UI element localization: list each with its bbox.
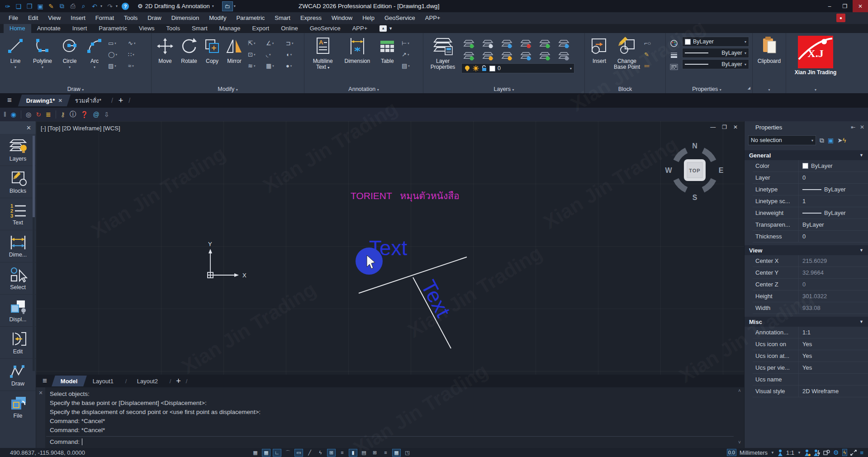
linetype-select[interactable]: ByLayer▾ bbox=[682, 59, 749, 69]
canvas-text-rotated[interactable]: Text bbox=[417, 276, 455, 321]
ribbon-tab-smart[interactable]: Smart bbox=[186, 24, 213, 33]
auto-annotation-icon[interactable] bbox=[814, 449, 820, 456]
revision-cloud-icon[interactable]: ≈▾ bbox=[127, 60, 147, 71]
ribbon-tab-views[interactable]: Views bbox=[133, 24, 160, 33]
layer-state-icon[interactable] bbox=[537, 50, 556, 62]
ribbon-tab-online[interactable]: Online bbox=[275, 24, 304, 33]
close-button[interactable]: ✕ bbox=[853, 0, 868, 12]
new-doc-tab-button[interactable]: + bbox=[119, 96, 123, 105]
menu-file[interactable]: File bbox=[4, 12, 23, 24]
app-logo-icon[interactable]: ✑ bbox=[3, 1, 13, 11]
property-value[interactable]: 32.9664 bbox=[799, 269, 868, 276]
ribbon-tab-export[interactable]: Export bbox=[247, 24, 275, 33]
layer-lock-icon[interactable] bbox=[518, 38, 537, 50]
layer-current-icon[interactable] bbox=[480, 50, 499, 62]
property-value[interactable]: Yes bbox=[799, 341, 868, 348]
annotation-visibility-icon[interactable] bbox=[804, 449, 811, 456]
ribbon-tab-manage[interactable]: Manage bbox=[213, 24, 247, 33]
block-attributes-icon[interactable]: ≔ bbox=[643, 60, 656, 71]
table-button[interactable]: Table bbox=[376, 36, 398, 71]
property-value[interactable]: Yes bbox=[799, 352, 868, 359]
menu-app[interactable]: APP+ bbox=[420, 12, 446, 24]
menu-parametric[interactable]: Parametric bbox=[231, 12, 270, 24]
properties-close-icon[interactable]: ✕ bbox=[860, 124, 864, 130]
hatch-icon[interactable]: ▨▾ bbox=[107, 60, 127, 71]
cycle-icon[interactable]: ≡ bbox=[381, 449, 390, 457]
undo-icon-arrow[interactable]: ▾ bbox=[100, 4, 104, 8]
sidebar-scrollbar-thumb[interactable] bbox=[33, 136, 35, 217]
rotate-button[interactable]: Rotate bbox=[178, 36, 200, 71]
sidebar-item-text[interactable]: 123 Text bbox=[0, 198, 36, 230]
tab-layout2[interactable]: Layout2 bbox=[128, 376, 167, 386]
layer-freeze-icon[interactable] bbox=[499, 38, 518, 50]
markup-list-icon[interactable]: ≣ bbox=[46, 111, 51, 118]
menu-draw[interactable]: Draw bbox=[142, 12, 166, 24]
units-label[interactable]: Millimeters bbox=[740, 449, 768, 456]
edit-block-icon[interactable]: ✎ bbox=[643, 49, 656, 60]
dimension-button[interactable]: Dimension bbox=[340, 36, 374, 71]
layer-bulb-icon[interactable] bbox=[480, 38, 499, 50]
menu-express[interactable]: Express bbox=[295, 12, 327, 24]
ellipse-icon[interactable]: ◯▾ bbox=[107, 49, 127, 60]
move-button[interactable]: Move bbox=[154, 36, 176, 71]
key-icon[interactable]: ⚷ bbox=[61, 111, 65, 118]
help-book-icon[interactable]: ❓ bbox=[81, 111, 88, 118]
property-value[interactable]: 215.6029 bbox=[799, 257, 868, 264]
help-icon[interactable]: ? bbox=[122, 3, 129, 10]
change-base-point-button[interactable]: ChangeBase Point bbox=[613, 36, 641, 71]
sidebar-item-file[interactable]: File bbox=[0, 391, 36, 423]
section-header-view[interactable]: View▼ bbox=[745, 245, 868, 255]
new-file-icon[interactable]: ❏ bbox=[14, 1, 24, 11]
spline-icon[interactable]: ∿▾ bbox=[127, 38, 147, 49]
annotation-panel-footer[interactable]: Annotation ▾ bbox=[304, 86, 423, 92]
new-layout-button[interactable]: + bbox=[176, 376, 181, 386]
toolbox-arrow-icon[interactable]: ▾ bbox=[234, 4, 237, 8]
dyn-prompt-icon[interactable]: ⊞ bbox=[327, 449, 336, 457]
otrack-icon[interactable]: ╱ bbox=[305, 449, 314, 457]
offset-icon[interactable]: ⊐▾ bbox=[285, 38, 301, 49]
leader-icon[interactable]: ↗▾ bbox=[400, 49, 420, 60]
explode-icon[interactable]: ●▾ bbox=[285, 60, 301, 71]
quick-props-icon[interactable]: ▤ bbox=[360, 449, 368, 457]
erase-icon[interactable]: ◖▾ bbox=[285, 49, 301, 60]
color-select[interactable]: ByLayer▾ bbox=[682, 37, 749, 47]
sidebar-item-display[interactable]: Displ... bbox=[0, 295, 36, 327]
property-value[interactable]: 2D Wireframe bbox=[799, 388, 868, 395]
open-file-icon[interactable]: ❒ bbox=[24, 1, 34, 11]
section-header-misc[interactable]: Misc▼ bbox=[745, 317, 868, 327]
clipboard-button[interactable]: Clipboard bbox=[755, 36, 783, 64]
layer-isolate-icon[interactable] bbox=[556, 50, 575, 62]
status-menu-icon[interactable]: ≡ bbox=[860, 449, 863, 456]
sidebar-item-select[interactable]: Select bbox=[0, 262, 36, 295]
ortho-icon[interactable]: ∟ bbox=[273, 449, 281, 457]
layer-select-arrow[interactable]: ▾ bbox=[570, 67, 572, 71]
layer-select[interactable]: 0 ▾ bbox=[461, 63, 574, 73]
ribbon-collapse-menu-icon[interactable]: ▼ bbox=[389, 26, 393, 31]
canvas-heading-text[interactable]: TORIENT หมุนตัวหนังสือ bbox=[351, 190, 460, 202]
minimize-button[interactable]: – bbox=[822, 0, 837, 12]
ribbon-tab-parametric[interactable]: Parametric bbox=[93, 24, 133, 33]
palette-icon[interactable] bbox=[669, 38, 679, 49]
undo-icon[interactable]: ↶ bbox=[90, 1, 100, 11]
table-cell-icon[interactable]: ▤▾ bbox=[400, 60, 420, 71]
print-icon[interactable]: ⎙ bbox=[68, 1, 78, 11]
menu-format[interactable]: Format bbox=[90, 12, 119, 24]
redo-icon[interactable]: ↷ bbox=[105, 1, 115, 11]
line-button[interactable]: Line▾ bbox=[3, 36, 28, 71]
record-red-icon[interactable]: ● bbox=[836, 14, 845, 22]
copy-button[interactable]: Copy bbox=[202, 36, 222, 71]
property-value[interactable]: Yes bbox=[799, 364, 868, 371]
linetype-icon[interactable] bbox=[669, 61, 679, 73]
copy-icon[interactable]: ⧉ bbox=[57, 1, 67, 11]
polar-icon[interactable]: ⌒ bbox=[284, 449, 292, 457]
layer-on-icon[interactable] bbox=[461, 38, 480, 50]
match-properties-icon[interactable]: ⧉ bbox=[820, 137, 824, 144]
lineweight-icon[interactable]: ≡ bbox=[338, 449, 346, 457]
layout-menu-icon[interactable]: ≡ bbox=[43, 376, 47, 386]
sidebar-item-layers[interactable]: Layers bbox=[0, 134, 36, 166]
layer-prev-icon[interactable] bbox=[537, 38, 556, 50]
command-close-icon[interactable]: ✕ bbox=[38, 390, 43, 395]
fillet-icon[interactable]: ◟▾ bbox=[265, 49, 285, 60]
redo-icon-arrow[interactable]: ▾ bbox=[116, 4, 119, 8]
ribbon-tab-annotate[interactable]: Annotate bbox=[31, 24, 66, 33]
